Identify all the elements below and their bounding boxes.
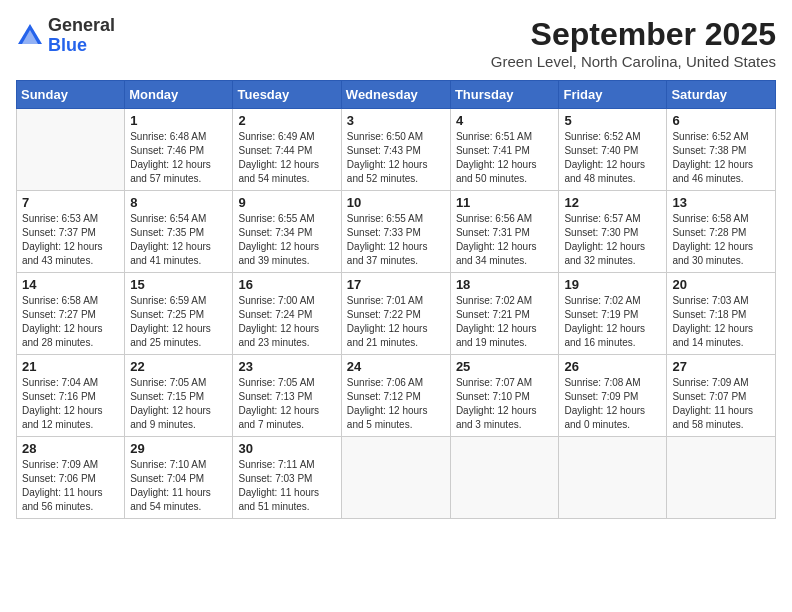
day-number: 5	[564, 113, 661, 128]
calendar-week-row: 14Sunrise: 6:58 AM Sunset: 7:27 PM Dayli…	[17, 273, 776, 355]
day-number: 15	[130, 277, 227, 292]
day-number: 12	[564, 195, 661, 210]
day-number: 11	[456, 195, 554, 210]
day-number: 24	[347, 359, 445, 374]
day-number: 22	[130, 359, 227, 374]
day-info: Sunrise: 7:05 AM Sunset: 7:13 PM Dayligh…	[238, 376, 335, 432]
calendar-cell	[17, 109, 125, 191]
calendar-cell: 14Sunrise: 6:58 AM Sunset: 7:27 PM Dayli…	[17, 273, 125, 355]
calendar-cell: 15Sunrise: 6:59 AM Sunset: 7:25 PM Dayli…	[125, 273, 233, 355]
day-info: Sunrise: 7:04 AM Sunset: 7:16 PM Dayligh…	[22, 376, 119, 432]
day-number: 17	[347, 277, 445, 292]
calendar-cell: 13Sunrise: 6:58 AM Sunset: 7:28 PM Dayli…	[667, 191, 776, 273]
day-info: Sunrise: 7:02 AM Sunset: 7:21 PM Dayligh…	[456, 294, 554, 350]
calendar-week-row: 21Sunrise: 7:04 AM Sunset: 7:16 PM Dayli…	[17, 355, 776, 437]
calendar-cell: 25Sunrise: 7:07 AM Sunset: 7:10 PM Dayli…	[450, 355, 559, 437]
day-info: Sunrise: 6:52 AM Sunset: 7:40 PM Dayligh…	[564, 130, 661, 186]
day-info: Sunrise: 6:55 AM Sunset: 7:33 PM Dayligh…	[347, 212, 445, 268]
day-info: Sunrise: 7:05 AM Sunset: 7:15 PM Dayligh…	[130, 376, 227, 432]
day-number: 19	[564, 277, 661, 292]
calendar-header-row: SundayMondayTuesdayWednesdayThursdayFrid…	[17, 81, 776, 109]
calendar-cell: 12Sunrise: 6:57 AM Sunset: 7:30 PM Dayli…	[559, 191, 667, 273]
calendar-cell: 18Sunrise: 7:02 AM Sunset: 7:21 PM Dayli…	[450, 273, 559, 355]
day-info: Sunrise: 6:50 AM Sunset: 7:43 PM Dayligh…	[347, 130, 445, 186]
calendar-cell: 23Sunrise: 7:05 AM Sunset: 7:13 PM Dayli…	[233, 355, 341, 437]
day-info: Sunrise: 6:56 AM Sunset: 7:31 PM Dayligh…	[456, 212, 554, 268]
calendar-cell: 11Sunrise: 6:56 AM Sunset: 7:31 PM Dayli…	[450, 191, 559, 273]
calendar-cell: 24Sunrise: 7:06 AM Sunset: 7:12 PM Dayli…	[341, 355, 450, 437]
calendar-cell: 8Sunrise: 6:54 AM Sunset: 7:35 PM Daylig…	[125, 191, 233, 273]
calendar-cell	[559, 437, 667, 519]
day-number: 28	[22, 441, 119, 456]
calendar-day-header: Monday	[125, 81, 233, 109]
day-number: 25	[456, 359, 554, 374]
day-info: Sunrise: 7:07 AM Sunset: 7:10 PM Dayligh…	[456, 376, 554, 432]
calendar-week-row: 1Sunrise: 6:48 AM Sunset: 7:46 PM Daylig…	[17, 109, 776, 191]
day-info: Sunrise: 6:52 AM Sunset: 7:38 PM Dayligh…	[672, 130, 770, 186]
location: Green Level, North Carolina, United Stat…	[491, 53, 776, 70]
calendar-day-header: Sunday	[17, 81, 125, 109]
day-info: Sunrise: 7:09 AM Sunset: 7:07 PM Dayligh…	[672, 376, 770, 432]
calendar-cell: 3Sunrise: 6:50 AM Sunset: 7:43 PM Daylig…	[341, 109, 450, 191]
day-info: Sunrise: 7:01 AM Sunset: 7:22 PM Dayligh…	[347, 294, 445, 350]
logo: General Blue	[16, 16, 115, 56]
day-number: 8	[130, 195, 227, 210]
day-info: Sunrise: 7:00 AM Sunset: 7:24 PM Dayligh…	[238, 294, 335, 350]
day-number: 23	[238, 359, 335, 374]
calendar-day-header: Thursday	[450, 81, 559, 109]
day-number: 9	[238, 195, 335, 210]
day-number: 27	[672, 359, 770, 374]
day-info: Sunrise: 7:09 AM Sunset: 7:06 PM Dayligh…	[22, 458, 119, 514]
day-info: Sunrise: 6:55 AM Sunset: 7:34 PM Dayligh…	[238, 212, 335, 268]
calendar-cell: 1Sunrise: 6:48 AM Sunset: 7:46 PM Daylig…	[125, 109, 233, 191]
page-header: General Blue September 2025 Green Level,…	[16, 16, 776, 70]
day-info: Sunrise: 6:58 AM Sunset: 7:27 PM Dayligh…	[22, 294, 119, 350]
day-number: 30	[238, 441, 335, 456]
day-info: Sunrise: 7:11 AM Sunset: 7:03 PM Dayligh…	[238, 458, 335, 514]
day-number: 1	[130, 113, 227, 128]
calendar-cell: 10Sunrise: 6:55 AM Sunset: 7:33 PM Dayli…	[341, 191, 450, 273]
calendar-day-header: Wednesday	[341, 81, 450, 109]
calendar-cell: 4Sunrise: 6:51 AM Sunset: 7:41 PM Daylig…	[450, 109, 559, 191]
day-number: 4	[456, 113, 554, 128]
logo-text: General Blue	[48, 16, 115, 56]
calendar-cell	[450, 437, 559, 519]
day-number: 21	[22, 359, 119, 374]
calendar-cell: 19Sunrise: 7:02 AM Sunset: 7:19 PM Dayli…	[559, 273, 667, 355]
day-info: Sunrise: 6:49 AM Sunset: 7:44 PM Dayligh…	[238, 130, 335, 186]
day-number: 10	[347, 195, 445, 210]
day-number: 13	[672, 195, 770, 210]
day-info: Sunrise: 7:02 AM Sunset: 7:19 PM Dayligh…	[564, 294, 661, 350]
calendar-cell: 27Sunrise: 7:09 AM Sunset: 7:07 PM Dayli…	[667, 355, 776, 437]
calendar-cell: 17Sunrise: 7:01 AM Sunset: 7:22 PM Dayli…	[341, 273, 450, 355]
day-number: 29	[130, 441, 227, 456]
month-title: September 2025	[491, 16, 776, 53]
calendar-cell: 20Sunrise: 7:03 AM Sunset: 7:18 PM Dayli…	[667, 273, 776, 355]
day-info: Sunrise: 6:48 AM Sunset: 7:46 PM Dayligh…	[130, 130, 227, 186]
day-number: 2	[238, 113, 335, 128]
day-number: 14	[22, 277, 119, 292]
day-info: Sunrise: 6:58 AM Sunset: 7:28 PM Dayligh…	[672, 212, 770, 268]
calendar-cell: 2Sunrise: 6:49 AM Sunset: 7:44 PM Daylig…	[233, 109, 341, 191]
calendar-table: SundayMondayTuesdayWednesdayThursdayFrid…	[16, 80, 776, 519]
day-info: Sunrise: 7:06 AM Sunset: 7:12 PM Dayligh…	[347, 376, 445, 432]
logo-general: General	[48, 16, 115, 36]
calendar-cell: 16Sunrise: 7:00 AM Sunset: 7:24 PM Dayli…	[233, 273, 341, 355]
day-info: Sunrise: 6:57 AM Sunset: 7:30 PM Dayligh…	[564, 212, 661, 268]
day-number: 18	[456, 277, 554, 292]
day-number: 26	[564, 359, 661, 374]
calendar-cell: 26Sunrise: 7:08 AM Sunset: 7:09 PM Dayli…	[559, 355, 667, 437]
calendar-week-row: 7Sunrise: 6:53 AM Sunset: 7:37 PM Daylig…	[17, 191, 776, 273]
calendar-cell: 5Sunrise: 6:52 AM Sunset: 7:40 PM Daylig…	[559, 109, 667, 191]
calendar-cell: 22Sunrise: 7:05 AM Sunset: 7:15 PM Dayli…	[125, 355, 233, 437]
logo-blue: Blue	[48, 36, 115, 56]
calendar-cell: 7Sunrise: 6:53 AM Sunset: 7:37 PM Daylig…	[17, 191, 125, 273]
calendar-cell: 30Sunrise: 7:11 AM Sunset: 7:03 PM Dayli…	[233, 437, 341, 519]
calendar-week-row: 28Sunrise: 7:09 AM Sunset: 7:06 PM Dayli…	[17, 437, 776, 519]
day-info: Sunrise: 6:59 AM Sunset: 7:25 PM Dayligh…	[130, 294, 227, 350]
day-number: 16	[238, 277, 335, 292]
day-number: 7	[22, 195, 119, 210]
calendar-cell	[667, 437, 776, 519]
day-info: Sunrise: 6:54 AM Sunset: 7:35 PM Dayligh…	[130, 212, 227, 268]
title-block: September 2025 Green Level, North Caroli…	[491, 16, 776, 70]
